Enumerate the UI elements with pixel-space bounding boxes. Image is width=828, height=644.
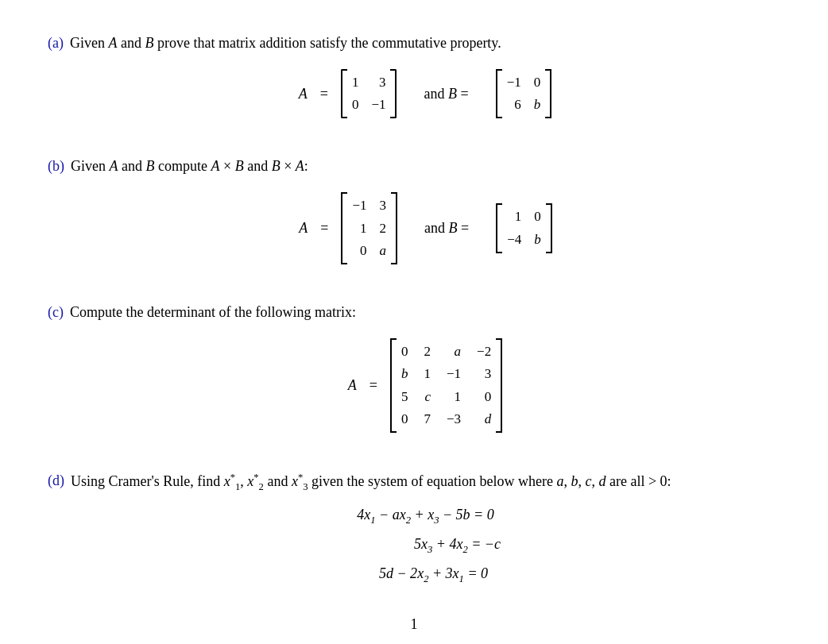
matrix-b-expr: A = −1 3 1 2 0 a (299, 192, 397, 264)
content-d: Using Cramer's Rule, find x*1, x*2 and x… (71, 469, 780, 592)
cell-bb-00: 1 (507, 206, 521, 227)
page-number: 1 (48, 616, 780, 633)
var-A-b: A (299, 217, 308, 240)
cell-ab-21: a (380, 241, 387, 261)
c-23: 0 (477, 387, 491, 407)
equations-d: 4x1 − ax2 + x3 − 5b = 0 5x3 + 4x2 = −c 5… (71, 503, 780, 588)
c-31: 7 (424, 409, 431, 430)
cell-ab-00: −1 (352, 195, 366, 216)
bracket-Ab: −1 3 1 2 0 a (341, 192, 397, 264)
eq1: = (320, 83, 328, 106)
bracket-Ac: 0 2 a −2 b 1 −1 3 5 c 1 0 0 (390, 338, 502, 433)
cell-ab-11: 2 (380, 218, 387, 239)
var-A: A (299, 83, 308, 106)
c-21: c (424, 387, 431, 407)
bracket-A: 1 3 0 −1 (341, 69, 397, 119)
cell-a-10: 0 (352, 94, 359, 115)
c-10: b (401, 364, 408, 384)
matrices-b: A = −1 3 1 2 0 a (71, 192, 780, 264)
label-b: (b) (48, 155, 64, 178)
cell-ab-10: 1 (352, 218, 366, 239)
c-03: −2 (477, 341, 491, 362)
c-30: 0 (401, 409, 408, 430)
cell-ab-01: 3 (380, 195, 387, 216)
bracket-Bb: 1 0 −4 b (496, 203, 552, 253)
eq-d-1: 4x1 − ax2 + x3 − 5b = 0 (357, 503, 494, 529)
c-20: 5 (401, 387, 408, 407)
c-02: a (447, 341, 461, 362)
cell-bb-11: b (534, 229, 541, 250)
cell-a-01: 3 (371, 72, 385, 93)
c-12: −1 (447, 364, 461, 384)
eq3: = (370, 374, 377, 397)
label-d: (d) (48, 469, 64, 492)
text-c: Compute the determinant of the following… (70, 304, 356, 320)
problem-a: (a) Given A and B prove that matrix addi… (48, 32, 780, 133)
cell-bb-01: 0 (534, 206, 541, 227)
eq-d-2: 5x3 + 4x2 = −c (350, 532, 501, 558)
label-c: (c) (48, 301, 64, 324)
matrix-Ac-content: 0 2 a −2 b 1 −1 3 5 c 1 0 0 (401, 338, 491, 433)
c-13: 3 (477, 364, 491, 384)
var-A-c: A (348, 374, 357, 397)
eq-d-3: 5d − 2x2 + 3x1 = 0 (363, 561, 488, 588)
and-b-a: and B = (424, 83, 468, 106)
matrix-Bb-content: 1 0 −4 b (507, 203, 541, 253)
problem-b: (b) Given A and B compute A × B and B × … (48, 155, 780, 279)
c-22: 1 (447, 387, 461, 407)
c-11: 1 (424, 364, 431, 384)
matrix-a-expr: A = 1 3 0 −1 (299, 69, 397, 119)
cell-bb-10: −4 (507, 229, 521, 250)
bracket-B-a: −1 0 6 b (496, 69, 552, 119)
content-b: Given A and B compute A × B and B × A: A… (71, 155, 780, 279)
matrices-a: A = 1 3 0 −1 and B = (70, 69, 780, 119)
c-00: 0 (401, 341, 408, 362)
cell-b-10: 6 (507, 94, 521, 115)
text-b: Given A and B compute A × B and B × A: (71, 158, 308, 174)
problem-d: (d) Using Cramer's Rule, find x*1, x*2 a… (48, 469, 780, 592)
content-a: Given A and B prove that matrix addition… (70, 32, 780, 133)
label-a: (a) (48, 32, 64, 55)
c-32: −3 (447, 409, 461, 430)
cell-b-11: b (534, 94, 541, 115)
text-a: Given A and B prove that matrix addition… (70, 35, 501, 51)
cell-a-11: −1 (371, 94, 385, 115)
c-33: d (477, 409, 491, 430)
text-d: Using Cramer's Rule, find x*1, x*2 and x… (71, 473, 671, 489)
matrix-c-block: A = 0 2 a −2 b 1 −1 3 5 (70, 338, 780, 433)
matrix-c-expr: A = 0 2 a −2 b 1 −1 3 5 (348, 338, 502, 433)
and-b-b: and B = (424, 217, 469, 240)
cell-b-00: −1 (507, 72, 521, 93)
eq2: = (320, 217, 328, 240)
matrix-Ab-content: −1 3 1 2 0 a (352, 192, 386, 264)
problem-c: (c) Compute the determinant of the follo… (48, 301, 780, 447)
cell-b-01: 0 (534, 72, 541, 93)
cell-ab-20: 0 (352, 241, 366, 261)
c-01: 2 (424, 341, 431, 362)
content-c: Compute the determinant of the following… (70, 301, 780, 447)
matrix-B-content-a: −1 0 6 b (507, 69, 541, 119)
matrix-A-content: 1 3 0 −1 (352, 69, 386, 119)
cell-a-00: 1 (352, 72, 359, 93)
